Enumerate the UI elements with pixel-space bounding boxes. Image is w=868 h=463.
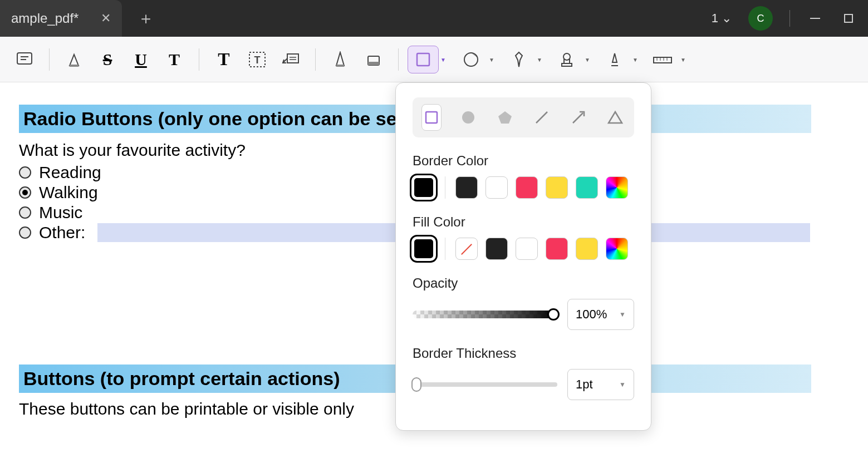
- comment-tool[interactable]: [9, 46, 40, 73]
- fill-color-swatches: [413, 238, 634, 260]
- chevron-down-icon: ▼: [619, 311, 626, 318]
- strikethrough-tool[interactable]: S: [92, 46, 123, 73]
- minimize-button[interactable]: [807, 10, 823, 27]
- radio-icon[interactable]: [19, 186, 31, 199]
- titlebar: ample_pdf* ✕ ＋ 1 ⌄ C: [0, 0, 868, 37]
- swatch-yellow[interactable]: [546, 176, 568, 199]
- separator: [398, 48, 399, 71]
- chevron-down-icon: ▼: [585, 56, 590, 62]
- shape-circle[interactable]: [458, 104, 478, 131]
- svg-text:T: T: [254, 55, 261, 66]
- new-tab-button[interactable]: ＋: [138, 7, 154, 30]
- separator: [445, 238, 445, 260]
- eraser-tool[interactable]: [358, 46, 389, 73]
- thickness-slider[interactable]: [413, 382, 557, 387]
- svg-rect-8: [287, 54, 298, 63]
- close-tab-icon[interactable]: ✕: [101, 11, 111, 26]
- underline-tool[interactable]: U: [125, 46, 156, 73]
- opacity-slider[interactable]: [413, 311, 557, 318]
- svg-rect-0: [810, 18, 820, 19]
- chevron-down-icon: ⌄: [722, 11, 732, 26]
- chevron-down-icon: ▼: [440, 56, 446, 62]
- swatch-dark[interactable]: [486, 238, 508, 260]
- opacity-label: Opacity: [413, 275, 634, 291]
- separator: [315, 48, 316, 71]
- border-color-swatches: [413, 176, 634, 199]
- svg-rect-18: [654, 57, 671, 63]
- radio-label: Other:: [39, 223, 85, 242]
- thickness-label: Border Thickness: [413, 346, 634, 361]
- area-tool[interactable]: ▼: [455, 46, 487, 73]
- swatch-red[interactable]: [546, 238, 568, 260]
- separator: [49, 48, 50, 71]
- opacity-value-select[interactable]: 100% ▼: [567, 299, 634, 330]
- shape-picker: [413, 97, 634, 137]
- chevron-down-icon: ▼: [537, 56, 542, 62]
- chevron-down-icon: ▼: [632, 56, 638, 62]
- measure-tool[interactable]: ▼: [647, 46, 678, 73]
- maximize-button[interactable]: [840, 10, 857, 27]
- slider-thumb[interactable]: [547, 308, 560, 321]
- svg-line-26: [536, 112, 547, 123]
- svg-line-27: [573, 113, 583, 123]
- swatch-white[interactable]: [486, 176, 508, 199]
- tab-title: ample_pdf*: [11, 11, 79, 26]
- svg-rect-17: [562, 63, 572, 66]
- pencil-tool[interactable]: [325, 46, 356, 73]
- thickness-value-select[interactable]: 1pt ▼: [567, 369, 634, 400]
- shape-tool[interactable]: ▼: [408, 46, 439, 73]
- swatch-black[interactable]: [413, 238, 435, 260]
- fill-color-label: Fill Color: [413, 214, 634, 230]
- sign-tool[interactable]: ▼: [599, 46, 630, 73]
- svg-marker-28: [609, 112, 622, 123]
- chevron-down-icon: ▼: [489, 56, 494, 62]
- swatch-dark[interactable]: [455, 176, 478, 199]
- annotation-toolbar: S U T T T ▼ ▼ ▼: [0, 37, 868, 82]
- swatch-custom[interactable]: [606, 176, 628, 199]
- document-tab[interactable]: ample_pdf* ✕: [0, 0, 122, 37]
- stamp-tool[interactable]: ▼: [551, 46, 582, 73]
- swatch-yellow[interactable]: [576, 238, 598, 260]
- radio-label: Music: [39, 203, 82, 222]
- border-color-label: Border Color: [413, 153, 634, 169]
- user-avatar[interactable]: C: [748, 6, 773, 31]
- page-counter[interactable]: 1 ⌄: [712, 11, 732, 26]
- divider: [789, 10, 790, 27]
- radio-icon[interactable]: [19, 226, 31, 239]
- text-box-tool[interactable]: T: [242, 46, 273, 73]
- squiggly-tool[interactable]: T: [159, 46, 190, 73]
- text-tool[interactable]: T: [208, 46, 239, 73]
- shape-arrow[interactable]: [568, 104, 589, 131]
- svg-marker-25: [498, 111, 512, 124]
- radio-icon[interactable]: [19, 166, 31, 179]
- pin-tool[interactable]: ▼: [503, 46, 534, 73]
- shape-rectangle[interactable]: [421, 104, 442, 131]
- svg-rect-2: [17, 53, 32, 64]
- svg-point-24: [462, 111, 474, 124]
- slider-thumb[interactable]: [411, 377, 421, 392]
- svg-rect-1: [845, 14, 852, 22]
- swatch-red[interactable]: [516, 176, 538, 199]
- shape-line[interactable]: [532, 104, 552, 131]
- chevron-down-icon: ▼: [680, 56, 686, 62]
- highlighter-tool[interactable]: [58, 46, 90, 73]
- radio-label: Walking: [39, 183, 98, 202]
- swatch-black[interactable]: [413, 176, 435, 199]
- swatch-custom[interactable]: [606, 238, 628, 260]
- svg-rect-5: [70, 65, 79, 67]
- shape-properties-popup: Border Color Fill Color Opacity 100% ▼ B…: [395, 82, 651, 431]
- separator: [199, 48, 199, 71]
- chevron-down-icon: ▼: [619, 381, 626, 388]
- svg-rect-14: [417, 53, 429, 66]
- swatch-white[interactable]: [516, 238, 538, 260]
- radio-label: Reading: [39, 163, 101, 182]
- shape-polygon[interactable]: [495, 104, 515, 131]
- swatch-none[interactable]: [455, 238, 478, 260]
- svg-rect-23: [426, 112, 437, 123]
- swatch-teal[interactable]: [576, 176, 598, 199]
- svg-rect-13: [368, 62, 379, 65]
- callout-tool[interactable]: [275, 46, 306, 73]
- radio-icon[interactable]: [19, 206, 31, 219]
- shape-triangle[interactable]: [605, 104, 625, 131]
- separator: [445, 176, 445, 199]
